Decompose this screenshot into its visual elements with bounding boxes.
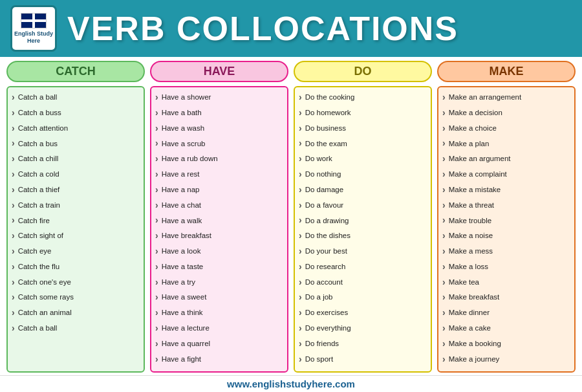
list-item: Have a look xyxy=(155,244,283,259)
list-item: Catch one's eye xyxy=(12,275,140,290)
flag-icon xyxy=(21,13,47,28)
col-list-have: Have a showerHave a bathHave a washHave … xyxy=(150,86,288,373)
list-item: Do nothing xyxy=(299,167,427,182)
logo-text: English StudyHere xyxy=(14,30,53,45)
content-area: CATCHCatch a ballCatch a bussCatch atten… xyxy=(0,57,582,375)
list-item: Do your best xyxy=(299,244,427,259)
list-item: Do a favour xyxy=(299,198,427,213)
list-item: Have a shower xyxy=(155,90,283,105)
list-item: Have a taste xyxy=(155,259,283,275)
list-item: Have a rest xyxy=(155,167,283,182)
list-item: Have a think xyxy=(155,305,283,321)
list-item: Make a choice xyxy=(442,121,570,136)
list-item: Catch a ball xyxy=(12,321,140,336)
list-item: Catch the flu xyxy=(12,259,140,275)
column-do: DODo the cookingDo homeworkDo businessDo… xyxy=(294,61,432,373)
col-header-make: MAKE xyxy=(437,61,576,82)
col-list-catch: Catch a ballCatch a bussCatch attentionC… xyxy=(6,86,145,373)
col-header-have: HAVE xyxy=(150,61,288,82)
logo: English StudyHere xyxy=(10,5,57,52)
list-item: Catch attention xyxy=(12,121,140,136)
list-item: Make breakfast xyxy=(442,290,570,305)
footer-url: www.englishstudyhere.com xyxy=(227,378,355,389)
list-item: Make a mess xyxy=(442,244,570,259)
list-item: Do homework xyxy=(299,105,427,121)
list-item: Do the dishes xyxy=(299,228,427,244)
list-item: Do the cooking xyxy=(299,90,427,105)
list-item: Do business xyxy=(299,121,427,136)
list-item: Do research xyxy=(299,259,427,275)
list-item: Make a mistake xyxy=(442,182,570,198)
header: English StudyHere VERB COLLOCATIONS xyxy=(0,0,582,57)
list-item: Have a nap xyxy=(155,182,283,198)
list-item: Catch a chill xyxy=(12,151,140,167)
list-item: Make a booking xyxy=(442,336,570,352)
col-list-make: Make an arrangementMake a decisionMake a… xyxy=(437,86,576,373)
list-item: Make an arrangement xyxy=(442,90,570,105)
list-item: Make a threat xyxy=(442,198,570,213)
col-list-do: Do the cookingDo homeworkDo businessDo t… xyxy=(294,86,432,373)
list-item: Have a walk xyxy=(155,213,283,228)
list-item: Do exercises xyxy=(299,305,427,321)
list-item: Do everything xyxy=(299,321,427,336)
list-item: Catch a ball xyxy=(12,90,140,105)
list-item: Make tea xyxy=(442,275,570,290)
list-item: Have a try xyxy=(155,275,283,290)
list-item: Make a plan xyxy=(442,136,570,151)
list-item: Catch eye xyxy=(12,244,140,259)
list-item: Do work xyxy=(299,151,427,167)
list-item: Have a lecture xyxy=(155,321,283,336)
list-item: Do sport xyxy=(299,352,427,367)
list-item: Make dinner xyxy=(442,305,570,321)
list-item: Catch a bus xyxy=(12,136,140,151)
list-item: Make an argument xyxy=(442,151,570,167)
list-item: Do friends xyxy=(299,336,427,352)
page-wrapper: English StudyHere VERB COLLOCATIONS CATC… xyxy=(0,0,582,392)
col-header-catch: CATCH xyxy=(6,61,145,82)
list-item: Do account xyxy=(299,275,427,290)
list-item: Catch a cold xyxy=(12,167,140,182)
footer: www.englishstudyhere.com xyxy=(0,375,582,392)
page-title: VERB COLLOCATIONS xyxy=(67,9,458,48)
list-item: Have a scrub xyxy=(155,136,283,151)
list-item: Do damage xyxy=(299,182,427,198)
column-have: HAVEHave a showerHave a bathHave a washH… xyxy=(150,61,288,373)
list-item: Have breakfast xyxy=(155,228,283,244)
list-item: Catch a buss xyxy=(12,105,140,121)
list-item: Catch fire xyxy=(12,213,140,228)
list-item: Have a bath xyxy=(155,105,283,121)
list-item: Make a journey xyxy=(442,352,570,367)
col-header-do: DO xyxy=(294,61,432,82)
list-item: Have a fight xyxy=(155,352,283,367)
list-item: Have a rub down xyxy=(155,151,283,167)
list-item: Have a sweet xyxy=(155,290,283,305)
list-item: Catch an animal xyxy=(12,305,140,321)
list-item: Have a chat xyxy=(155,198,283,213)
list-item: Make a noise xyxy=(442,228,570,244)
list-item: Have a quarrel xyxy=(155,336,283,352)
list-item: Do a job xyxy=(299,290,427,305)
list-item: Catch a train xyxy=(12,198,140,213)
column-catch: CATCHCatch a ballCatch a bussCatch atten… xyxy=(6,61,145,373)
list-item: Catch a thief xyxy=(12,182,140,198)
list-item: Catch sight of xyxy=(12,228,140,244)
list-item: Do a drawing xyxy=(299,213,427,228)
column-make: MAKEMake an arrangementMake a decisionMa… xyxy=(437,61,576,373)
list-item: Make a cake xyxy=(442,321,570,336)
list-item: Make a loss xyxy=(442,259,570,275)
list-item: Do the exam xyxy=(299,136,427,151)
list-item: Make a complaint xyxy=(442,167,570,182)
list-item: Make trouble xyxy=(442,213,570,228)
list-item: Have a wash xyxy=(155,121,283,136)
list-item: Make a decision xyxy=(442,105,570,121)
list-item: Catch some rays xyxy=(12,290,140,305)
